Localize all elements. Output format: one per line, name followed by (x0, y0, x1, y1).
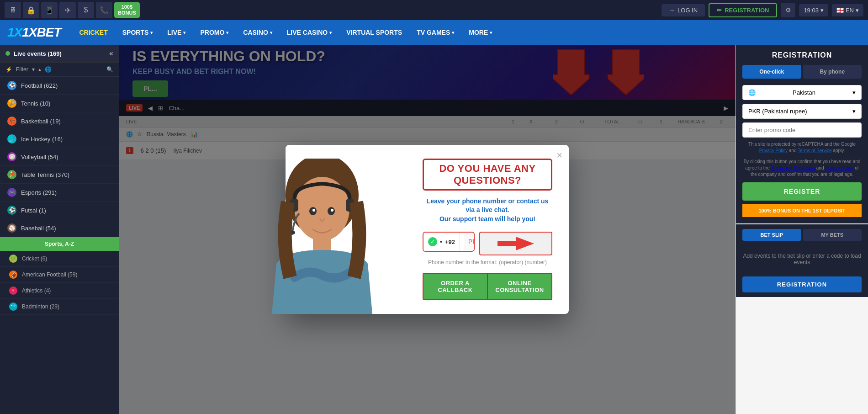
collapse-icon[interactable]: « (109, 49, 113, 58)
language-selector[interactable]: 🏴󠁧󠁢󠁥󠁮󠁧󠁿 EN ▾ (832, 4, 863, 16)
clock-widget[interactable]: 19:03 ▾ (799, 4, 828, 16)
phone-number-input[interactable] (464, 234, 475, 250)
chevron-down-icon: ▾ (150, 30, 153, 35)
promo-code-input[interactable] (742, 122, 862, 138)
country-code-selector[interactable]: ✓ ▾ +92 (423, 233, 460, 251)
nav-live-casino[interactable]: LIVE CASINO ▾ (280, 20, 339, 45)
pencil-icon: ✏ (717, 7, 722, 14)
country-selector[interactable]: 🌐 Pakistan ▾ (742, 85, 862, 100)
athletics-icon: 🏃 (9, 287, 17, 295)
sidebar-item-football[interactable]: ⚽ Football (622) (0, 77, 119, 95)
tab-my-bets[interactable]: MY BETS (803, 229, 862, 241)
registration-bottom-button[interactable]: REGISTRATION (742, 276, 862, 292)
sports-az-divider: Sports, A-Z (0, 237, 119, 251)
sidebar-item-baseball[interactable]: ⚾ Baseball (54) (0, 219, 119, 237)
phone-input-container: ✓ ▾ +92 (423, 232, 475, 252)
nav-promo[interactable]: PROMO ▾ (193, 20, 236, 45)
chevron-down-icon: ▾ (32, 66, 35, 73)
age-confirm-text: By clicking this button you confirm that… (742, 159, 862, 178)
chevron-down-icon: ▾ (852, 108, 856, 115)
sidebar-item-futsal[interactable]: ⚽ Futsal (1) (0, 202, 119, 219)
bet-slip-content: Add events to the bet slip or enter a co… (742, 245, 862, 273)
search-icon[interactable]: 🔍 (106, 66, 113, 73)
support-agent-image (249, 159, 395, 314)
privacy-policy-link2[interactable]: Privacy Policy (825, 165, 853, 170)
nav-more[interactable]: MORE ▾ (461, 20, 499, 45)
content-area: IS EVERYTHING ON HOLD? KEEP BUSY AND BET… (119, 45, 736, 414)
sidebar: Live events (169) « ⚡ Filter ▾ ▴ 🌐 🔍 ⚽ F… (0, 45, 119, 414)
terms-conditions-link[interactable]: Terms and Conditions (771, 165, 815, 170)
sidebar-item-icehockey[interactable]: 🏒 Ice Hockey (16) (0, 130, 119, 148)
live-events-header[interactable]: Live events (169) « (0, 45, 119, 63)
chevron-down-icon: ▾ (226, 30, 228, 35)
svg-marker-12 (498, 237, 534, 250)
sidebar-item-badminton[interactable]: 🏸 Badminton (29) (0, 299, 119, 315)
site-logo[interactable]: 1X1XBET (7, 25, 61, 40)
bonus-badge[interactable]: 100$BONUS (114, 2, 140, 18)
captcha-notice: This site is protected by reCAPTCHA and … (742, 141, 862, 154)
filter-icon: ⚡ (5, 66, 12, 73)
phone-icon[interactable]: 📞 (96, 2, 112, 18)
sidebar-item-volleyball[interactable]: 🏐 Volleyball (54) (0, 148, 119, 166)
american-football-icon: 🏈 (9, 271, 17, 279)
top-bar: 🖥 🔒 📱 ✈ $ 📞 100$BONUS → LOG IN ✏ REGISTR… (0, 0, 868, 20)
registration-panel: REGISTRATION One-click By phone 🌐 Pakist… (736, 45, 868, 223)
tab-one-click[interactable]: One-click (742, 65, 801, 79)
bet-slip-tabs: BET SLIP MY BETS (742, 229, 862, 241)
svg-point-10 (331, 209, 333, 212)
settings-icon[interactable]: ⚙ (781, 3, 795, 17)
tab-bet-slip[interactable]: BET SLIP (742, 229, 801, 241)
nav-bar: 1X1XBET CRICKET SPORTS ▾ LIVE ▾ PROMO ▾ … (0, 20, 868, 45)
phone-input-row: ✓ ▾ +92 (423, 232, 552, 255)
sidebar-item-tennis[interactable]: 🎾 Tennis (10) (0, 95, 119, 112)
nav-sports[interactable]: SPORTS ▾ (115, 20, 160, 45)
esports-icon: 🎮 (7, 188, 16, 197)
support-modal: × DO YOU HAVE ANY QUESTIONS? Leave your … (286, 145, 569, 314)
chevron-down-icon: ▾ (856, 7, 859, 14)
sidebar-item-cricket[interactable]: 🏏 Cricket (6) (0, 251, 119, 267)
right-panel: REGISTRATION One-click By phone 🌐 Pakist… (736, 45, 868, 414)
nav-cricket[interactable]: CRICKET (72, 20, 115, 45)
live-indicator (5, 51, 10, 56)
mobile-icon[interactable]: 📱 (41, 2, 58, 18)
tabletennis-icon: 🏓 (7, 170, 16, 179)
online-consultation-button[interactable]: ONLINE CONSULTATION (488, 274, 551, 299)
globe-icon: 🌐 (748, 89, 756, 96)
main-layout: Live events (169) « ⚡ Filter ▾ ▴ 🌐 🔍 ⚽ F… (0, 45, 868, 414)
nav-casino[interactable]: CASINO ▾ (236, 20, 279, 45)
dollar-icon[interactable]: $ (78, 2, 94, 18)
sidebar-item-american-football[interactable]: 🏈 American Football (59) (0, 267, 119, 283)
modal-action-buttons: ORDER A CALLBACK ONLINE CONSULTATION (423, 273, 552, 300)
sidebar-item-athletics[interactable]: 🏃 Athletics (4) (0, 283, 119, 299)
registration-button[interactable]: ✏ REGISTRATION (709, 3, 777, 17)
sidebar-item-esports[interactable]: 🎮 Esports (291) (0, 184, 119, 202)
basketball-icon: 🏀 (7, 117, 16, 126)
currency-selector[interactable]: PKR (Pakistani rupee) ▾ (742, 104, 862, 119)
order-callback-button[interactable]: ORDER A CALLBACK (423, 274, 488, 299)
sidebar-item-basketball[interactable]: 🏀 Basketball (19) (0, 112, 119, 130)
login-icon: → (669, 7, 675, 14)
modal-overlay[interactable]: × DO YOU HAVE ANY QUESTIONS? Leave your … (119, 45, 736, 414)
telegram-icon[interactable]: ✈ (59, 2, 76, 18)
tab-by-phone[interactable]: By phone (803, 65, 862, 79)
chevron-down-icon: ▾ (452, 30, 454, 35)
nav-virtual-sports[interactable]: VIRTUAL SPORTS (339, 20, 409, 45)
svg-point-9 (312, 209, 315, 212)
modal-close-button[interactable]: × (556, 150, 562, 160)
nav-tv-games[interactable]: TV GAMES ▾ (409, 20, 461, 45)
terms-link[interactable]: Terms of Service (798, 148, 831, 153)
football-icon: ⚽ (7, 81, 16, 90)
privacy-policy-link[interactable]: Privacy Policy (759, 148, 788, 153)
monitor-icon[interactable]: 🖥 (5, 2, 21, 18)
lock-icon[interactable]: 🔒 (23, 2, 39, 18)
register-button[interactable]: REGISTER (742, 182, 862, 201)
chevron-up-icon: ▴ (38, 66, 41, 73)
nav-live[interactable]: LIVE ▾ (160, 20, 193, 45)
cricket-icon: 🏏 (9, 255, 17, 263)
chevron-down-icon: ▾ (852, 89, 856, 96)
sidebar-item-tabletennis[interactable]: 🏓 Table Tennis (370) (0, 166, 119, 184)
chevron-down-icon: ▾ (270, 30, 272, 35)
login-button[interactable]: → LOG IN (662, 4, 705, 16)
sidebar-filter[interactable]: ⚡ Filter ▾ ▴ 🌐 🔍 (0, 63, 119, 77)
baseball-icon: ⚾ (7, 223, 16, 233)
